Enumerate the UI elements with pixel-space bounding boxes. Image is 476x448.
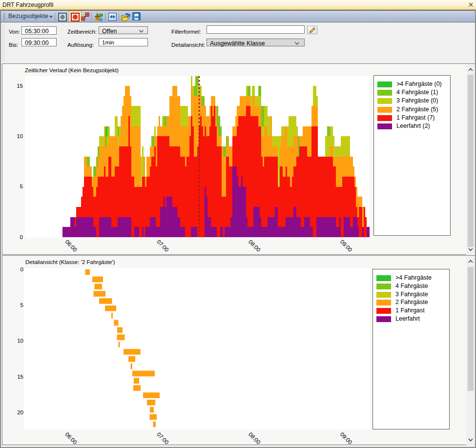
svg-text:0: 0 bbox=[21, 266, 23, 272]
svg-text:15: 15 bbox=[17, 83, 23, 89]
svg-text:5: 5 bbox=[21, 302, 23, 308]
svg-text:08:00: 08:00 bbox=[248, 239, 262, 253]
svg-text:Detailansicht (Klasse: '2 Fahr: Detailansicht (Klasse: '2 Fahrgäste') bbox=[25, 259, 115, 265]
svg-text:5: 5 bbox=[20, 183, 23, 189]
svg-text:09:00: 09:00 bbox=[339, 239, 353, 253]
svg-text:10: 10 bbox=[17, 133, 23, 139]
svg-text:Zeitlicher Verlauf (Kein Bezug: Zeitlicher Verlauf (Kein Bezugsobjekt) bbox=[25, 67, 119, 73]
svg-text:10: 10 bbox=[17, 338, 23, 344]
svg-text:07:00: 07:00 bbox=[156, 431, 170, 445]
svg-text:07:00: 07:00 bbox=[156, 239, 170, 253]
svg-text:09:00: 09:00 bbox=[339, 431, 353, 445]
svg-text:06:00: 06:00 bbox=[64, 239, 78, 253]
svg-text:20: 20 bbox=[17, 409, 23, 415]
svg-text:08:00: 08:00 bbox=[248, 431, 262, 445]
svg-text:0: 0 bbox=[20, 234, 23, 240]
svg-text:06:00: 06:00 bbox=[64, 431, 78, 445]
svg-text:15: 15 bbox=[17, 374, 23, 380]
